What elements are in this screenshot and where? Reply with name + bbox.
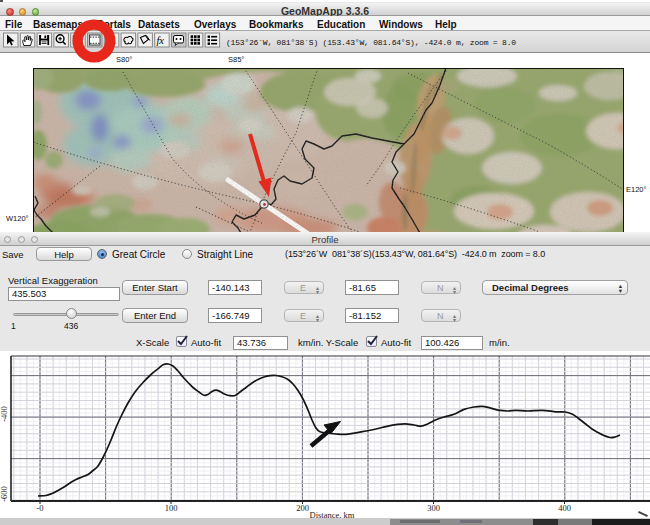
svg-text:300: 300 xyxy=(427,503,440,513)
svg-text:-600: -600 xyxy=(0,486,9,502)
svg-text:100: 100 xyxy=(165,503,178,513)
svg-text:S85°: S85° xyxy=(228,55,244,64)
svg-text:W120°: W120° xyxy=(6,214,29,223)
svg-text:E120°: E120° xyxy=(626,185,647,194)
svg-text:-400: -400 xyxy=(0,406,9,422)
svg-text:fx: fx xyxy=(156,35,164,46)
svg-text:200: 200 xyxy=(296,503,309,513)
svg-text:-0: -0 xyxy=(36,503,43,513)
svg-text:400: 400 xyxy=(558,503,571,513)
